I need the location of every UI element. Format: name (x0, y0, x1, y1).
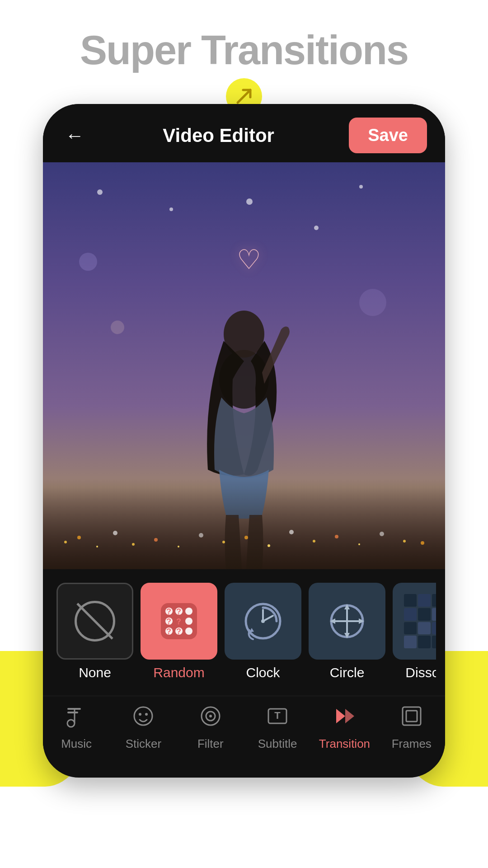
svg-point-57 (209, 715, 212, 717)
nav-item-sticker[interactable]: Sticker (112, 704, 175, 751)
bokeh-1 (97, 189, 103, 195)
svg-rect-63 (406, 711, 417, 722)
svg-point-6 (113, 531, 117, 535)
dissolve-grid (404, 594, 436, 648)
music-icon (65, 704, 88, 733)
editor-title: Video Editor (163, 125, 274, 146)
bokeh-6 (79, 253, 97, 271)
video-preview: ♡ (43, 162, 445, 569)
svg-rect-62 (403, 707, 421, 725)
transition-icon (333, 704, 356, 733)
svg-point-18 (380, 532, 384, 536)
svg-point-4 (77, 536, 81, 539)
top-bar: ← Video Editor Save (43, 104, 445, 162)
sticker-icon (131, 704, 155, 733)
nav-label-transition: Transition (319, 737, 370, 751)
svg-point-7 (132, 543, 135, 546)
transition-item-clock[interactable]: Clock (225, 583, 301, 680)
nav-item-subtitle[interactable]: T Subtitle (246, 704, 309, 751)
bokeh-2 (169, 208, 173, 211)
transitions-scroll: None ? (52, 583, 436, 680)
transition-item-none[interactable]: None (56, 583, 133, 680)
nav-label-music: Music (61, 737, 92, 751)
nav-label-frames: Frames (392, 737, 432, 751)
city-lights-svg (43, 479, 445, 560)
svg-point-20 (421, 541, 424, 545)
svg-point-11 (222, 541, 225, 543)
frames-icon (400, 704, 423, 733)
transition-label-clock: Clock (246, 665, 280, 680)
svg-point-50 (67, 720, 75, 727)
svg-text:?: ? (176, 607, 181, 616)
svg-text:?: ? (166, 617, 171, 626)
svg-point-8 (154, 538, 158, 542)
transition-thumb-dissolve (393, 583, 436, 660)
svg-point-17 (358, 543, 360, 545)
nav-item-frames[interactable]: Frames (380, 704, 443, 751)
svg-point-24 (185, 608, 192, 615)
none-icon (75, 601, 115, 642)
circle-icon (324, 599, 370, 644)
bottom-nav: Music Sticker Filter (43, 696, 445, 764)
svg-point-26 (185, 618, 192, 625)
nav-item-music[interactable]: Music (45, 704, 108, 751)
svg-point-52 (134, 707, 152, 725)
transition-thumb-clock (225, 583, 301, 660)
back-arrow-icon: ← (65, 125, 84, 146)
dice-icon: ? ? ? ? ? ? (156, 599, 202, 644)
svg-rect-48 (67, 708, 81, 710)
transition-label-none: None (79, 665, 111, 680)
svg-point-12 (244, 536, 248, 539)
svg-point-37 (261, 619, 265, 623)
transition-thumb-random: ? ? ? ? ? ? (141, 583, 217, 660)
svg-point-14 (289, 530, 294, 534)
svg-point-16 (335, 535, 338, 538)
transition-label-circle: Circle (330, 665, 365, 680)
svg-marker-60 (336, 709, 345, 723)
back-button[interactable]: ← (61, 122, 88, 149)
svg-marker-61 (345, 709, 354, 723)
clock-icon (240, 599, 286, 644)
svg-text:?: ? (176, 617, 181, 626)
transition-thumb-none (56, 583, 133, 660)
svg-text:?: ? (176, 627, 181, 636)
svg-point-9 (178, 546, 179, 547)
bokeh-3 (246, 198, 253, 205)
svg-line-0 (238, 90, 250, 103)
transition-label-dissolve: Dissolve (405, 665, 436, 680)
transition-label-random: Random (153, 665, 204, 680)
nav-item-filter[interactable]: Filter (179, 704, 242, 751)
svg-point-54 (145, 713, 148, 716)
svg-point-53 (139, 713, 141, 716)
nav-label-sticker: Sticker (126, 737, 161, 751)
svg-point-29 (185, 627, 192, 635)
transition-thumb-circle (309, 583, 385, 660)
transition-item-dissolve[interactable]: Dissolve (393, 583, 436, 680)
phone-frame: ← Video Editor Save ♡ (43, 104, 445, 778)
svg-point-10 (199, 533, 203, 538)
svg-point-15 (313, 540, 315, 542)
svg-text:?: ? (166, 607, 171, 616)
subtitle-icon: T (266, 704, 289, 733)
svg-text:T: T (274, 710, 281, 721)
bokeh-7 (359, 289, 386, 316)
transition-item-random[interactable]: ? ? ? ? ? ? Random (141, 583, 217, 680)
nav-label-filter: Filter (197, 737, 224, 751)
filter-icon (199, 704, 222, 733)
svg-text:?: ? (166, 627, 171, 636)
svg-rect-49 (67, 712, 78, 713)
bokeh-5 (359, 185, 363, 189)
svg-point-5 (96, 546, 98, 547)
svg-point-19 (403, 540, 406, 542)
nav-label-subtitle: Subtitle (258, 737, 297, 751)
transitions-panel: None ? (43, 569, 445, 696)
bokeh-4 (314, 226, 319, 230)
svg-point-3 (64, 541, 67, 543)
save-button[interactable]: Save (349, 118, 427, 153)
bokeh-8 (111, 321, 124, 334)
page-title: Super Transitions (0, 27, 488, 74)
transition-item-circle[interactable]: Circle (309, 583, 385, 680)
nav-item-transition[interactable]: Transition (313, 704, 376, 751)
svg-point-13 (267, 544, 270, 547)
